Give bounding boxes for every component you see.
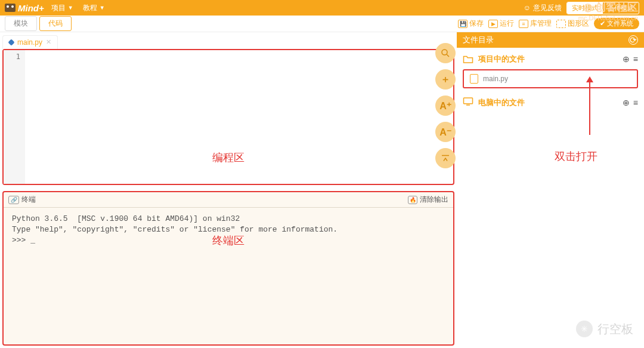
toolbar: 模块 代码 💾 保存 ▶ 运行 ≡ 库管理 图形区 ✔ 文件系统 <box>0 16 644 32</box>
svg-line-1 <box>447 54 449 57</box>
logo-icon <box>5 4 16 12</box>
dashed-box-icon <box>556 20 566 28</box>
tool-filesystem[interactable]: ✔ 文件系统 <box>594 18 639 29</box>
terminal-body[interactable]: Python 3.6.5 [MSC v.1900 64 bit AMD64)] … <box>4 208 453 344</box>
collapse-icon <box>440 153 451 164</box>
top-menu-bar: Mind+ 项目▼ 教程▼ ☺ 意见反馈 实时模式 上传模式 ◵创客社区 mc.… <box>0 0 644 16</box>
annotation-editor-area: 编程区 <box>212 150 244 165</box>
play-icon: ▶ <box>488 20 498 28</box>
clear-icon: 🔥 <box>408 196 417 204</box>
tab-code[interactable]: 代码 <box>39 16 72 31</box>
code-editor[interactable]: 1 编程区 ＋ A⁺ A⁻ <box>2 49 454 185</box>
file-panel-title: 文件目录 <box>463 35 494 45</box>
save-icon: 💾 <box>458 20 467 28</box>
watermark-bottom: ✳ 行空板 <box>576 321 633 337</box>
svg-rect-3 <box>464 98 473 104</box>
annotation-terminal-area: 终端区 <box>212 234 244 249</box>
file-name: main.py <box>483 75 508 83</box>
tab-filename: main.py <box>17 38 42 47</box>
tool-save[interactable]: 💾 保存 <box>458 19 484 29</box>
menu-tutorial[interactable]: 教程▼ <box>78 3 110 13</box>
new-file-icon[interactable]: ⊕ <box>623 98 630 107</box>
menu-icon[interactable]: ≡ <box>633 98 638 107</box>
new-file-icon[interactable]: ⊕ <box>623 54 630 64</box>
editor-tab-bar: main.py ✕ <box>2 35 454 49</box>
chevron-down-icon: ▼ <box>68 5 73 11</box>
line-gutter: 1 <box>4 50 25 184</box>
mode-switch[interactable]: 实时模式 上传模式 <box>566 2 639 14</box>
terminal-panel: 🔗 终端 🔥 清除输出 Python 3.6.5 [MSC v.1900 64 … <box>2 191 454 346</box>
main-area: main.py ✕ 1 编程区 ＋ A⁺ A⁻ <box>0 32 644 348</box>
file-panel-header: 文件目录 ⟳ <box>457 32 644 48</box>
annotation-arrow <box>589 81 590 135</box>
clear-output-button[interactable]: 🔥 清除输出 <box>408 195 448 205</box>
smile-icon: ☺ <box>524 4 531 12</box>
editor-side-tools: ＋ A⁺ A⁻ <box>435 43 456 168</box>
font-up-icon: A⁺ <box>439 100 451 112</box>
search-icon <box>440 48 451 58</box>
add-button[interactable]: ＋ <box>435 69 456 90</box>
menu-icon[interactable]: ≡ <box>633 54 638 64</box>
terminal-line: Type "help", "copyright", "credits" or "… <box>12 225 338 234</box>
editor-tab-mainpy[interactable]: main.py ✕ <box>2 35 58 49</box>
collapse-button[interactable] <box>435 148 456 168</box>
menu-project[interactable]: 项目▼ <box>47 3 78 13</box>
python-file-icon <box>8 39 14 45</box>
logo-text: Mind+ <box>18 3 44 13</box>
folder-icon <box>463 54 473 64</box>
app-logo: Mind+ <box>5 3 44 13</box>
monitor-icon <box>463 97 473 108</box>
file-item-mainpy[interactable]: main.py <box>463 69 638 88</box>
refresh-button[interactable]: ⟳ <box>628 35 638 45</box>
tool-run[interactable]: ▶ 运行 <box>488 19 514 29</box>
font-increase-button[interactable]: A⁺ <box>435 96 456 116</box>
library-icon: ≡ <box>519 20 528 28</box>
check-icon: ✔ <box>600 20 605 27</box>
terminal-header: 🔗 终端 🔥 清除输出 <box>4 192 453 208</box>
section-pc-files[interactable]: 电脑中的文件 ⊕ ≡ <box>463 97 638 108</box>
file-directory-panel: 文件目录 ⟳ 项目中的文件 ⊕ ≡ main.py <box>457 32 644 348</box>
left-column: main.py ✕ 1 编程区 ＋ A⁺ A⁻ <box>0 32 457 348</box>
tool-graph-area[interactable]: 图形区 <box>556 19 589 29</box>
terminal-line: Python 3.6.5 [MSC v.1900 64 bit AMD64)] … <box>12 214 240 223</box>
font-decrease-button[interactable]: A⁻ <box>435 122 456 142</box>
wechat-icon: ✳ <box>576 321 593 337</box>
refresh-icon: ⟳ <box>630 35 637 45</box>
link-icon: 🔗 <box>8 196 19 204</box>
terminal-prompt: >>> _ <box>12 236 35 245</box>
file-panel-body: 项目中的文件 ⊕ ≡ main.py 电脑中的文件 <box>457 48 644 119</box>
tab-blocks[interactable]: 模块 <box>5 16 37 31</box>
tool-lib[interactable]: ≡ 库管理 <box>519 19 552 29</box>
feedback-link[interactable]: ☺ 意见反馈 <box>524 3 562 13</box>
close-tab-icon[interactable]: ✕ <box>46 38 51 46</box>
terminal-title: 终端 <box>21 195 36 205</box>
svg-point-0 <box>442 50 447 55</box>
line-number: 1 <box>8 53 20 61</box>
mode-upload[interactable]: 上传模式 <box>603 2 639 14</box>
plus-icon: ＋ <box>441 73 450 86</box>
file-icon <box>470 74 478 84</box>
mode-realtime[interactable]: 实时模式 <box>567 2 603 14</box>
section-project-files[interactable]: 项目中的文件 ⊕ ≡ <box>463 54 638 64</box>
search-button[interactable] <box>435 43 456 63</box>
annotation-dblclick: 双击打开 <box>555 149 597 164</box>
font-down-icon: A⁻ <box>439 127 451 138</box>
chevron-down-icon: ▼ <box>100 5 105 11</box>
